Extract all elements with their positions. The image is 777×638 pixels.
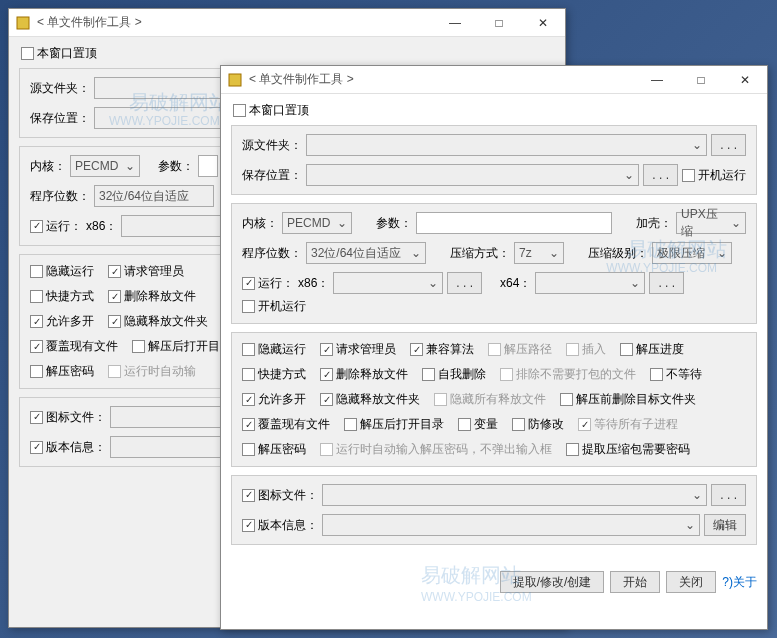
compress-level-combo[interactable]: 极限压缩⌄ [652,242,732,264]
app-icon [15,15,31,31]
overwrite-checkbox[interactable]: 覆盖现有文件 [242,416,330,433]
chevron-down-icon: ⌄ [125,159,135,173]
version-info-checkbox[interactable]: 版本信息： [242,517,318,534]
group-meta: 图标文件： ⌄ . . . 版本信息： ⌄ 编辑 [231,475,757,545]
auto-pwd-checkbox: 运行时自动输 [108,363,196,380]
x86-label: x86： [298,275,329,292]
start-button[interactable]: 开始 [610,571,660,593]
icon-file-checkbox[interactable]: 图标文件： [30,409,106,426]
anti-modify-checkbox[interactable]: 防修改 [512,416,564,433]
source-folder-label: 源文件夹： [242,137,302,154]
open-after-checkbox[interactable]: 解压后打开目录 [344,416,444,433]
minimize-button[interactable]: — [635,66,679,94]
chevron-down-icon: ⌄ [428,276,438,290]
source-folder-combo[interactable]: ⌄ [306,134,707,156]
arch-label: 程序位数： [242,245,302,262]
compress-method-combo[interactable]: 7z⌄ [514,242,564,264]
shell-combo[interactable]: UPX压缩⌄ [676,212,746,234]
about-link[interactable]: ?)关于 [722,574,757,591]
kernel-combo[interactable]: PECMD⌄ [282,212,352,234]
version-info-checkbox[interactable]: 版本信息： [30,439,106,456]
version-edit-button[interactable]: 编辑 [704,514,746,536]
titlebar-back[interactable]: < 单文件制作工具 > — □ ✕ [9,9,565,37]
group-core: 内核： PECMD⌄ 参数： 加壳： UPX压缩⌄ 程序位数： 32位/64位自… [231,203,757,324]
unzip-path-checkbox: 解压路径 [488,341,552,358]
no-wait-checkbox[interactable]: 不等待 [650,366,702,383]
window-title: < 单文件制作工具 > [249,71,635,88]
save-location-combo[interactable]: ⌄ [306,164,639,186]
minimize-button[interactable]: — [433,9,477,37]
overwrite-checkbox[interactable]: 覆盖现有文件 [30,338,118,355]
close-app-button[interactable]: 关闭 [666,571,716,593]
version-info-combo[interactable]: ⌄ [322,514,700,536]
kernel-label: 内核： [30,158,66,175]
chevron-down-icon: ⌄ [717,246,727,260]
kernel-combo[interactable]: PECMD⌄ [70,155,140,177]
compress-level-label: 压缩级别： [588,245,648,262]
shortcut-checkbox[interactable]: 快捷方式 [30,288,94,305]
del-target-before-checkbox[interactable]: 解压前删除目标文件夹 [560,391,696,408]
del-extract-checkbox[interactable]: 删除释放文件 [108,288,196,305]
unzip-pwd-checkbox[interactable]: 解压密码 [242,441,306,458]
save-location-label: 保存位置： [30,110,90,127]
x64-browse-button[interactable]: . . . [649,272,684,294]
bottom-buttons: 提取/修改/创建 开始 关闭 ?)关于 [221,563,767,601]
close-button[interactable]: ✕ [723,66,767,94]
hide-extract-folder-checkbox[interactable]: 隐藏释放文件夹 [320,391,420,408]
hide-extract-folder-checkbox[interactable]: 隐藏释放文件夹 [108,313,208,330]
hint-pkg-pwd-checkbox[interactable]: 提取压缩包需要密码 [566,441,690,458]
auto-pwd-checkbox: 运行时自动输入解压密码，不弹出输入框 [320,441,552,458]
x64-combo[interactable]: ⌄ [535,272,645,294]
pin-checkbox[interactable]: 本窗口置顶 [233,102,309,119]
self-delete-checkbox[interactable]: 自我删除 [422,366,486,383]
icon-file-combo[interactable]: ⌄ [322,484,707,506]
boot-run-checkbox-2[interactable]: 开机运行 [242,298,306,315]
app-icon [227,72,243,88]
arch-combo[interactable]: 32位/64位自适应 [94,185,214,207]
params-input[interactable] [416,212,612,234]
icon-file-checkbox[interactable]: 图标文件： [242,487,318,504]
pin-checkbox[interactable]: 本窗口置顶 [21,45,97,62]
maximize-button[interactable]: □ [679,66,723,94]
svg-rect-0 [17,17,29,29]
open-after-checkbox[interactable]: 解压后打开目录 [132,338,232,355]
allow-multi-checkbox[interactable]: 允许多开 [242,391,306,408]
unzip-progress-checkbox[interactable]: 解压进度 [620,341,684,358]
compat-algo-checkbox[interactable]: 兼容算法 [410,341,474,358]
icon-file-browse-button[interactable]: . . . [711,484,746,506]
window-body-front: 本窗口置顶 源文件夹： ⌄ . . . 保存位置： ⌄ . . . 开机运行 内… [221,94,767,563]
x86-label: x86： [86,218,117,235]
wait-children-checkbox: 等待所有子进程 [578,416,678,433]
chevron-down-icon: ⌄ [337,216,347,230]
run-checkbox[interactable]: 运行： [30,218,82,235]
hidden-run-checkbox[interactable]: 隐藏运行 [242,341,306,358]
chevron-down-icon: ⌄ [692,488,702,502]
chevron-down-icon: ⌄ [630,276,640,290]
chevron-down-icon: ⌄ [692,138,702,152]
unzip-pwd-checkbox[interactable]: 解压密码 [30,363,94,380]
source-folder-browse-button[interactable]: . . . [711,134,746,156]
shortcut-checkbox[interactable]: 快捷方式 [242,366,306,383]
x64-label: x64： [500,275,531,292]
maximize-button[interactable]: □ [477,9,521,37]
allow-multi-checkbox[interactable]: 允许多开 [30,313,94,330]
req-admin-checkbox[interactable]: 请求管理员 [320,341,396,358]
run-checkbox[interactable]: 运行： [242,275,294,292]
hidden-run-checkbox[interactable]: 隐藏运行 [30,263,94,280]
close-button[interactable]: ✕ [521,9,565,37]
variable-checkbox[interactable]: 变量 [458,416,498,433]
req-admin-checkbox[interactable]: 请求管理员 [108,263,184,280]
extract-button[interactable]: 提取/修改/创建 [500,571,605,593]
boot-run-checkbox[interactable]: 开机运行 [682,167,746,184]
del-extract-checkbox[interactable]: 删除释放文件 [320,366,408,383]
titlebar-front[interactable]: < 单文件制作工具 > — □ ✕ [221,66,767,94]
exclude-files-checkbox: 排除不需要打包的文件 [500,366,636,383]
shell-label: 加壳： [636,215,672,232]
arch-combo[interactable]: 32位/64位自适应⌄ [306,242,426,264]
x86-browse-button[interactable]: . . . [447,272,482,294]
group-paths: 源文件夹： ⌄ . . . 保存位置： ⌄ . . . 开机运行 [231,125,757,195]
params-input[interactable] [198,155,218,177]
save-location-browse-button[interactable]: . . . [643,164,678,186]
x86-combo[interactable]: ⌄ [333,272,443,294]
save-location-label: 保存位置： [242,167,302,184]
